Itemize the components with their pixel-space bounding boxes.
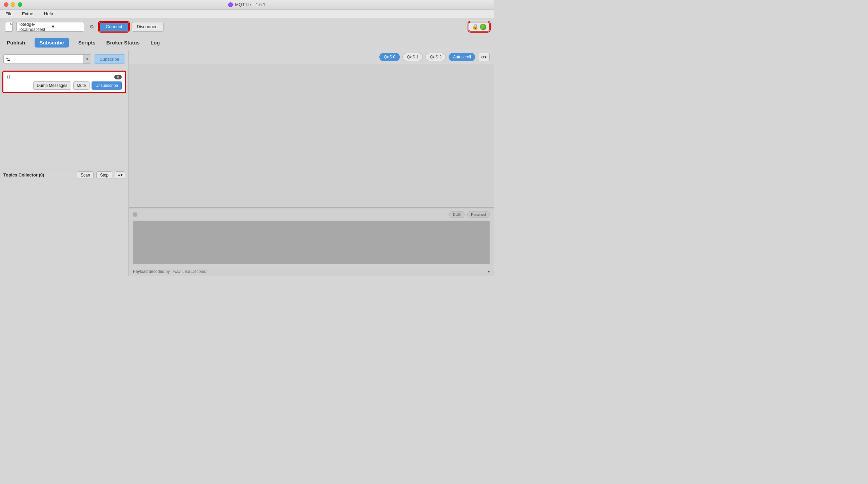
- subscribe-button[interactable]: Subscribe: [94, 54, 125, 64]
- topics-collector-label: Topics Collector (0): [3, 172, 74, 178]
- stop-button[interactable]: Stop: [96, 171, 112, 179]
- subscribe-area: ▼ Subscribe: [0, 50, 129, 68]
- topics-collector-settings-button[interactable]: ⚙▾: [115, 171, 125, 179]
- tab-log[interactable]: Log: [149, 38, 161, 48]
- qos-controls: QoS 0 QoS 1 QoS 2 Autoscroll ⚙▾: [129, 50, 494, 64]
- message-indicator: [133, 212, 137, 217]
- connection-selector[interactable]: iotedge-localhost-test ▼: [16, 22, 84, 32]
- tab-broker-status[interactable]: Broker Status: [105, 38, 141, 48]
- message-content-area: [133, 221, 490, 264]
- topics-collector-header: Topics Collector (0) Scan Stop ⚙▾: [0, 169, 129, 181]
- subscription-count: 0: [114, 75, 122, 79]
- menu-bar: File Extras Help: [0, 10, 494, 18]
- payload-decoder-name: Plain Text Decoder: [173, 269, 207, 274]
- dub-badge: DUB: [449, 211, 465, 218]
- autoscroll-button[interactable]: Autoscroll: [449, 53, 475, 61]
- connection-settings-button[interactable]: ⚙: [87, 22, 96, 32]
- tab-scripts[interactable]: Scripts: [77, 38, 97, 48]
- subscription-item-header: t1 0: [7, 74, 122, 79]
- menu-help[interactable]: Help: [43, 11, 55, 17]
- subscription-item: t1 0 Dump Messages Mute Unsubscribe: [3, 71, 126, 93]
- window-title: MQTT.fx - 1.5.1: [228, 2, 265, 7]
- topic-input-wrap: ▼: [3, 54, 91, 64]
- scan-button[interactable]: Scan: [77, 171, 94, 179]
- topic-input[interactable]: [4, 57, 83, 62]
- right-panel: QoS 0 QoS 1 QoS 2 Autoscroll ⚙▾ DUB Reta…: [129, 50, 494, 276]
- dump-messages-button[interactable]: Dump Messages: [33, 81, 71, 90]
- app-icon: [228, 2, 233, 7]
- topics-list: [0, 181, 129, 276]
- payload-decoder-dropdown[interactable]: ▾: [488, 270, 490, 274]
- unsubscribe-button[interactable]: Unsubscribe: [92, 81, 122, 90]
- main-content: ▼ Subscribe t1 0 Dump Messages Mute Unsu…: [0, 50, 494, 276]
- menu-extras[interactable]: Extras: [21, 11, 36, 17]
- tab-publish[interactable]: Publish: [5, 38, 26, 48]
- connection-status-dot: [480, 24, 486, 30]
- connect-button[interactable]: Connect: [99, 22, 129, 32]
- connection-dropdown-arrow: ▼: [51, 24, 81, 29]
- qos1-button[interactable]: QoS 1: [402, 53, 423, 61]
- mute-button[interactable]: Mute: [73, 81, 90, 90]
- tab-bar: Publish Subscribe Scripts Broker Status …: [0, 35, 494, 50]
- subscription-topic: t1: [7, 74, 11, 79]
- connection-name: iotedge-localhost-test: [19, 22, 50, 32]
- gear-icon: ⚙: [90, 24, 94, 30]
- toolbar: iotedge-localhost-test ▼ ⚙ Connect Disco…: [0, 18, 494, 35]
- messages-area: [129, 64, 494, 207]
- minimize-button[interactable]: [11, 2, 15, 7]
- payload-footer: Payload decoded by Plain Text Decoder ▾: [129, 267, 494, 276]
- message-detail-panel: DUB Retained Payload decoded by Plain Te…: [129, 208, 494, 276]
- lock-status-indicator: 🔒: [469, 22, 490, 32]
- tab-subscribe[interactable]: Subscribe: [35, 38, 69, 48]
- left-panel: ▼ Subscribe t1 0 Dump Messages Mute Unsu…: [0, 50, 129, 276]
- title-bar: MQTT.fx - 1.5.1: [0, 0, 494, 10]
- menu-file[interactable]: File: [4, 11, 14, 17]
- subscription-list: t1 0 Dump Messages Mute Unsubscribe: [0, 68, 129, 169]
- message-detail-header: DUB Retained: [129, 208, 494, 221]
- close-button[interactable]: [4, 2, 8, 7]
- maximize-button[interactable]: [18, 2, 22, 7]
- disconnect-button[interactable]: Disconnect: [132, 22, 163, 32]
- retained-badge: Retained: [467, 211, 490, 218]
- payload-label: Payload decoded by: [133, 269, 170, 274]
- lock-icon: 🔒: [472, 23, 479, 30]
- traffic-lights: [4, 2, 22, 7]
- new-connection-icon[interactable]: [4, 21, 14, 32]
- qos0-button[interactable]: QoS 0: [379, 53, 400, 61]
- toolbar-right: 🔒: [469, 22, 490, 32]
- qos2-button[interactable]: QoS 2: [426, 53, 446, 61]
- subscription-actions: Dump Messages Mute Unsubscribe: [7, 81, 122, 90]
- topic-dropdown-button[interactable]: ▼: [83, 55, 91, 63]
- message-settings-button[interactable]: ⚙▾: [478, 53, 490, 61]
